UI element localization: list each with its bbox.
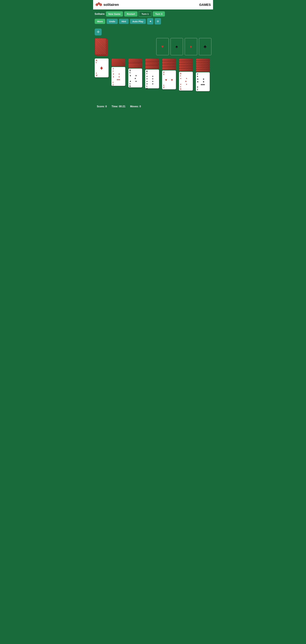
tableau-col-7[interactable]: 7 ♣ ♣♣ ♣♣ ♣♣♣ 7 ♣: [196, 58, 211, 102]
restart-button[interactable]: Restart: [124, 11, 137, 16]
header: ♠ ♥ ♣ solitairen GAMES: [93, 0, 213, 10]
facedown-stack-col2: [111, 58, 127, 66]
games-link[interactable]: GAMES: [199, 3, 211, 6]
card-center-suit: ♦: [96, 64, 107, 72]
sound-button[interactable]: ◄: [147, 18, 154, 24]
stock-card-1[interactable]: [95, 38, 106, 55]
card-8-spades[interactable]: 8 ♠ ♠♠ ♠♠ ♠♠ ♠♠ 8 ♠: [145, 70, 159, 88]
facedown-stack-col6: [179, 58, 195, 71]
svg-text:♥: ♥: [98, 3, 99, 4]
card-5-diamonds-center: ♦♦ ♦ ♦♦: [180, 77, 192, 86]
facedown-card: [162, 67, 176, 70]
facedown-stack-col7: [196, 58, 211, 72]
move-icon[interactable]: ✛: [95, 28, 102, 36]
facedown-card: [145, 66, 159, 69]
facedown-card: [145, 62, 159, 66]
card-suit-bot: ♦: [96, 72, 97, 74]
foundation-diamonds[interactable]: ♦: [185, 38, 197, 55]
tableau-col-5[interactable]: 2 ♥ ♥ ♥ 2 ♥: [162, 58, 178, 102]
card-5-diamonds[interactable]: 5 ♦ ♦♦ ♦ ♦♦ 5 ♦: [179, 72, 193, 90]
stock-pile[interactable]: [95, 38, 107, 55]
facedown-card: [111, 58, 125, 66]
card-ace-diamonds[interactable]: A ♦ ♦ A ♦: [95, 58, 109, 77]
diamonds-icon: ♦: [190, 44, 192, 49]
nav-row-1: Solitaire New Game Restart Turn 1 Turn 3: [95, 11, 211, 17]
facedown-card: [196, 65, 210, 67]
spades-icon: ♠: [176, 44, 178, 49]
new-game-button[interactable]: New Game: [106, 11, 123, 16]
card-5-spades[interactable]: 5 ♠ ♠♠ ♠ ♠♠ 5 ♠: [128, 68, 142, 88]
facedown-card: [145, 58, 159, 62]
hint-button[interactable]: Hint: [119, 19, 129, 24]
facedown-stack-col3: [128, 58, 144, 68]
foundation-clubs[interactable]: ♣: [199, 38, 211, 55]
facedown-card: [179, 64, 193, 66]
svg-text:♣: ♣: [100, 4, 101, 6]
card-7-clubs-center: ♣♣ ♣♣ ♣♣♣: [197, 78, 209, 86]
settings-button[interactable]: ⚙: [155, 18, 161, 24]
facedown-card: [128, 63, 142, 68]
solitaire-label: Solitaire: [95, 12, 105, 16]
facedown-card: [162, 61, 176, 64]
card-2-hearts[interactable]: 2 ♥ ♥ ♥ 2 ♥: [162, 70, 176, 89]
logo-icon: ♠ ♥ ♣: [95, 1, 102, 8]
facedown-card: [196, 70, 210, 72]
clubs-icon: ♣: [204, 44, 206, 49]
auto-play-button[interactable]: Auto Play: [130, 19, 146, 24]
tableau-col-2[interactable]: 7 ♦ ♦♦ ♦♦ ♦♦♦ 7 ♦: [111, 58, 127, 102]
facedown-stack-col5: [162, 58, 178, 70]
card-7-diamonds[interactable]: 7 ♦ ♦♦ ♦♦ ♦♦♦ 7 ♦: [111, 67, 125, 86]
sound-icon: ◄: [149, 20, 151, 23]
card-2-hearts-center: ♥ ♥: [163, 76, 175, 84]
game-area: ✛ ♥ ♠ ♦: [93, 27, 213, 137]
facedown-card: [162, 64, 176, 67]
facedown-card: [196, 61, 210, 63]
facedown-card: [179, 61, 193, 64]
app-title: solitairen: [103, 3, 119, 7]
card-7-clubs[interactable]: 7 ♣ ♣♣ ♣♣ ♣♣♣ 7 ♣: [196, 72, 210, 91]
svg-text:♠: ♠: [96, 4, 97, 6]
settings-icon: ⚙: [157, 20, 159, 23]
card-value-top: A: [96, 59, 97, 62]
move-arrows-icon: ✛: [97, 30, 100, 34]
card-5-spades-center: ♠♠ ♠ ♠♠: [129, 74, 141, 83]
nav-row-2: More Undo Hint Auto Play ◄ ⚙: [95, 18, 211, 24]
card-7-diamonds-center: ♦♦ ♦♦ ♦♦♦: [112, 72, 124, 81]
facedown-card: [128, 58, 142, 63]
facedown-card: [179, 58, 193, 61]
moves-display: Moves: 0: [130, 105, 141, 108]
tableau-col-3[interactable]: 5 ♠ ♠♠ ♠ ♠♠ 5 ♠: [128, 58, 144, 102]
turn1-button[interactable]: Turn 1: [139, 11, 151, 17]
facedown-card: [179, 66, 193, 68]
card-8-spades-center: ♠♠ ♠♠ ♠♠ ♠♠: [146, 75, 158, 85]
time-display: Time: 00:21: [112, 105, 125, 108]
facedown-stack-col4: [145, 58, 161, 69]
card-value-bot: A: [96, 74, 97, 76]
foundation-spades[interactable]: ♠: [171, 38, 183, 55]
top-row: ♥ ♠ ♦ ♣: [95, 38, 211, 55]
nav-bar: Solitaire New Game Restart Turn 1 Turn 3…: [93, 10, 213, 27]
foundation-row: ♥ ♠ ♦ ♣: [156, 38, 211, 55]
score-display: Score: 0: [97, 105, 107, 108]
tableau-col-1[interactable]: A ♦ ♦ A ♦: [95, 58, 110, 102]
header-left: ♠ ♥ ♣ solitairen: [95, 1, 119, 8]
hearts-icon: ♥: [161, 44, 164, 49]
facedown-card: [196, 63, 210, 65]
more-button[interactable]: More: [95, 19, 105, 24]
card-suit-top: ♦: [96, 62, 97, 64]
status-bar: Score: 0 Time: 00:21 Moves: 0: [95, 102, 211, 110]
undo-button[interactable]: Undo: [106, 19, 118, 24]
facedown-card: [179, 68, 193, 71]
turn3-button[interactable]: Turn 3: [153, 11, 165, 16]
tableau-col-6[interactable]: 5 ♦ ♦♦ ♦ ♦♦ 5 ♦: [179, 58, 195, 102]
facedown-card: [196, 58, 210, 61]
tableau-col-4[interactable]: 8 ♠ ♠♠ ♠♠ ♠♠ ♠♠ 8 ♠: [145, 58, 161, 102]
facedown-card: [162, 58, 176, 61]
tableau: A ♦ ♦ A ♦ 7 ♦ ♦♦: [95, 58, 211, 102]
facedown-card: [196, 67, 210, 70]
foundation-hearts[interactable]: ♥: [156, 38, 169, 55]
